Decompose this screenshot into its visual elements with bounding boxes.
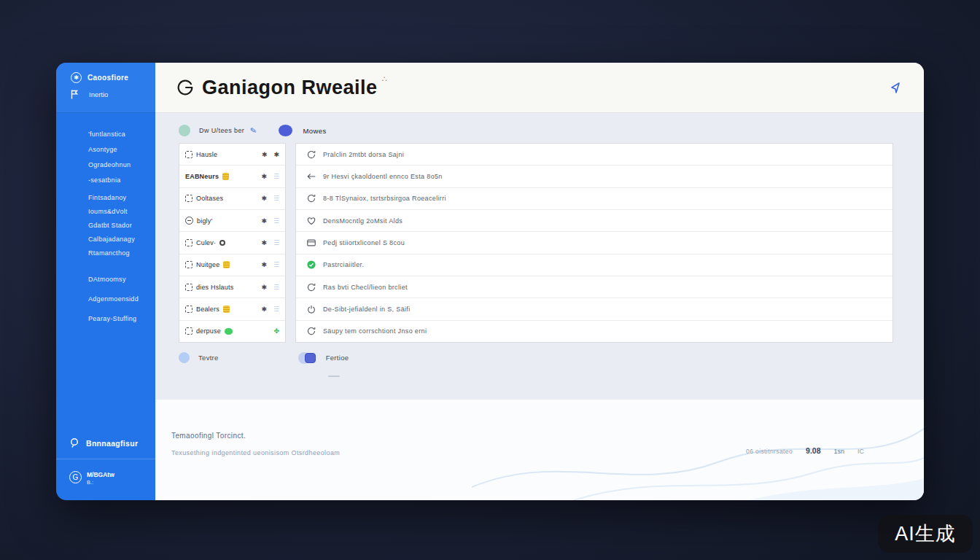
sidebar: ✱ Caoosfiore Inertio 'funtlansticaAsonty… <box>56 63 155 500</box>
legend-selected-chip[interactable] <box>305 353 316 363</box>
brand-title: Caoosfiore <box>88 74 128 82</box>
edit-pencil-icon[interactable]: ✎ <box>249 125 257 136</box>
power-icon <box>306 304 316 314</box>
flower-icon[interactable]: ✤ <box>273 327 279 335</box>
sidebar-item[interactable]: Calbajadanagy <box>88 236 155 243</box>
sidebar-item[interactable]: Ogradeohnun <box>88 161 155 168</box>
asterisk-icon[interactable]: ✱ <box>261 239 267 246</box>
asterisk-icon[interactable]: ✱ <box>261 284 267 291</box>
right-row-text: Pastrciaiitler. <box>323 261 364 268</box>
brand-subrow[interactable]: Inertio <box>71 90 155 99</box>
right-row-text: De-Sibt-jefialdenl in S, Säifi <box>323 306 411 313</box>
section-left-label: Dw U/tees ber <box>199 127 244 134</box>
asterisk-icon[interactable]: ✱ <box>261 306 267 313</box>
account-line2: B.: <box>87 479 114 486</box>
right-row-text: Pralclin 2mtbt dorsa Sajni <box>323 151 404 158</box>
footer-stats: 06 oistitnrsateo 9.08 1sn IC <box>746 446 864 455</box>
app-window: ✱ Caoosfiore Inertio 'funtlansticaAsonty… <box>56 63 924 500</box>
left-list-row[interactable]: Culev·✱☰ <box>179 232 285 254</box>
list-lines-icon[interactable]: ☰ <box>273 239 279 246</box>
nav-group-2: FintsadanoyIoums&dVoltGdatbt StadorCalba… <box>88 194 155 257</box>
sidebar-item[interactable]: Rtamancthog <box>88 249 155 257</box>
refresh-icon <box>306 149 316 160</box>
left-list-row[interactable]: bigly'✱☰ <box>179 210 285 232</box>
left-list-row[interactable]: dies Hslauts✱☰ <box>179 276 285 298</box>
right-list-row[interactable]: Pastrciaiitler. <box>296 254 892 276</box>
send-arrow-icon[interactable] <box>887 79 903 96</box>
g-badge-icon: G <box>69 471 82 483</box>
magnifier-icon <box>69 438 80 448</box>
left-list-row[interactable]: Bealers✱☰ <box>179 298 285 320</box>
nav-group-3: DAtmoomsyAdgenmoensiddPearay-Stuffing <box>88 276 155 322</box>
status-badge-blue <box>279 125 292 136</box>
flag-icon <box>71 90 79 99</box>
credit-card-icon <box>306 238 316 248</box>
left-row-label: Culev· <box>196 239 216 246</box>
left-list-row[interactable]: EABNeurs✱☰ <box>179 166 285 187</box>
sidebar-item[interactable]: Ioums&dVolt <box>88 208 155 215</box>
footer-line1: Temaoofingl Torcinct. <box>171 432 246 440</box>
sidebar-item[interactable]: 'funtlanstica <box>88 131 155 138</box>
checkbox-icon <box>185 239 192 246</box>
sidebar-footer-label: Bnnnaagfisur <box>86 439 138 448</box>
list-lines-icon[interactable]: ☰ <box>273 195 279 202</box>
asterisk-icon[interactable]: ✱ <box>261 195 267 202</box>
right-list-row[interactable]: Pralclin 2mtbt dorsa Sajni <box>296 144 892 166</box>
left-row-label: derpuse <box>196 327 221 335</box>
list-lines-icon[interactable]: ☰ <box>273 173 279 180</box>
asterisk-icon[interactable]: ✱ <box>261 173 267 180</box>
legend-label-1: Tevtre <box>198 354 219 362</box>
brand-subtitle: Inertio <box>89 90 108 98</box>
nav-group-1: AsontygeOgradeohnun-sesatbnia <box>88 146 155 184</box>
right-row-text: 8-8 TlSynaiox, tsrtsrbsirgoa Roeacelirri <box>323 195 446 202</box>
nav-group-0: 'funtlanstica <box>88 131 155 138</box>
sidebar-item[interactable]: -sesatbnia <box>88 176 155 184</box>
right-list-row[interactable]: De-Sibt-jefialdenl in S, Säifi <box>296 298 892 320</box>
legend-circle-icon[interactable] <box>179 352 190 363</box>
right-row-text: Pedj stiiortxliconel S 8cou <box>323 239 405 246</box>
green-badge <box>225 328 233 335</box>
right-list-row[interactable]: 9r Hesvi çkaoldoentl ennco Esta 8o5n <box>296 166 892 187</box>
left-list-row[interactable]: Hausle✱✱ <box>179 144 285 166</box>
checkbox-icon <box>185 195 192 202</box>
g-circle-icon <box>176 78 195 97</box>
left-list-row[interactable]: Ooltases✱☰ <box>179 188 285 210</box>
sidebar-item[interactable]: Adgenmoensidd <box>88 295 155 303</box>
title-mark: ∴ <box>382 74 387 84</box>
sidebar-item[interactable]: Fintsadanoy <box>88 194 155 201</box>
asterisk-icon[interactable]: ✱ <box>261 217 267 225</box>
stat-unit: 1sn <box>833 448 844 455</box>
list-lines-icon[interactable]: ☰ <box>273 217 279 225</box>
right-list-row[interactable]: 8-8 TlSynaiox, tsrtsrbsirgoa Roeacelirri <box>296 188 892 210</box>
refresh-icon <box>306 193 316 203</box>
right-list-row[interactable]: Pedj stiiortxliconel S 8cou <box>296 232 892 254</box>
sidebar-item[interactable]: Gdatbt Stador <box>88 222 155 229</box>
sidebar-footer-primary[interactable]: Bnnnaagfisur <box>56 438 155 448</box>
brand-row[interactable]: ✱ Caoosfiore <box>71 72 155 83</box>
right-list-row[interactable]: DensMocntlg 2oMsit Alds <box>296 210 892 232</box>
sidebar-item[interactable]: Asontyge <box>88 146 155 153</box>
sidebar-item[interactable]: Pearay-Stuffing <box>88 315 155 322</box>
list-lines-icon[interactable]: ☰ <box>273 306 279 313</box>
right-list-row[interactable]: Säupy tem corrschtiont Jnso erni <box>296 321 892 342</box>
left-list-row[interactable]: derpuse✤ <box>179 321 285 342</box>
left-row-label: Ooltases <box>196 195 223 202</box>
sidebar-divider <box>56 459 155 459</box>
main-panel: Ganiagon Rweaile ∴ Dw U/tees ber ✎ Mowes… <box>155 63 924 500</box>
left-row-label: Nuitgee <box>196 261 219 268</box>
footer-line2: Texusething indgentinted ueonisisom Otsr… <box>171 449 340 456</box>
left-row-label: dies Hslauts <box>196 284 233 291</box>
asterisk-icon[interactable]: ✱ <box>262 151 268 158</box>
legend-label-2: Fertioe <box>326 354 349 362</box>
left-row-label: Bealers <box>196 306 219 313</box>
checkbox-icon <box>185 261 192 268</box>
list-lines-icon[interactable]: ☰ <box>273 284 279 291</box>
asterisk-icon[interactable]: ✱ <box>273 151 279 158</box>
right-list-row[interactable]: Ras bvti Checl/lieon brcliet <box>296 276 892 298</box>
asterisk-icon[interactable]: ✱ <box>261 261 267 268</box>
left-list-row[interactable]: Nuitgee✱☰ <box>179 254 285 276</box>
list-lines-icon[interactable]: ☰ <box>273 261 279 268</box>
sidebar-account[interactable]: G M/BGAtw B.: <box>56 471 155 500</box>
stat-code: IC <box>858 448 864 455</box>
sidebar-item[interactable]: DAtmoomsy <box>88 276 155 283</box>
